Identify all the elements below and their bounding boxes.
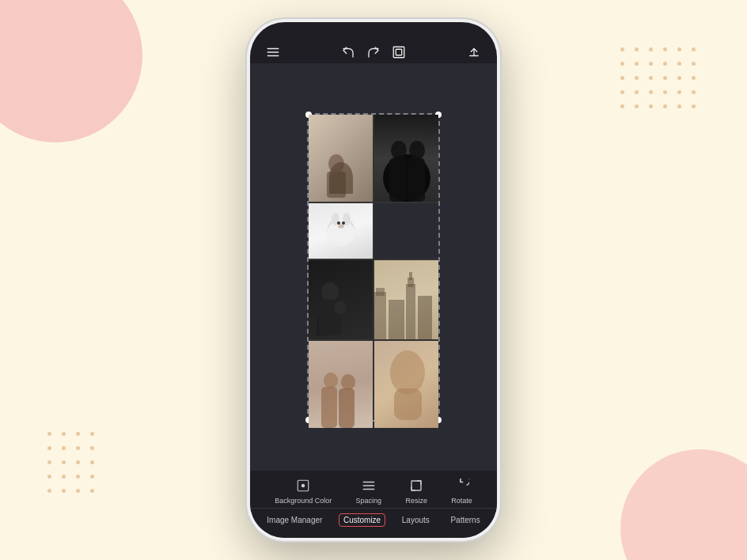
svg-point-18 [338, 224, 344, 228]
svg-point-19 [321, 282, 339, 301]
photo-4-empty [374, 203, 438, 259]
bg-blob-top-left [0, 0, 142, 142]
resize-tool[interactable]: Resize [405, 477, 427, 505]
svg-point-21 [334, 301, 347, 315]
svg-rect-9 [389, 158, 407, 202]
svg-rect-34 [394, 388, 422, 420]
svg-point-16 [337, 221, 340, 225]
photo-8[interactable] [374, 341, 438, 428]
svg-rect-26 [418, 296, 432, 339]
spacing-label: Spacing [356, 497, 382, 505]
resize-icon [408, 477, 425, 494]
phone-screen: Background Color Spacing [250, 22, 497, 538]
tab-customize[interactable]: Customize [339, 513, 385, 527]
tab-patterns[interactable]: Patterns [446, 513, 484, 527]
svg-rect-22 [374, 292, 386, 339]
phone-notch [334, 22, 413, 44]
svg-rect-30 [321, 387, 337, 428]
svg-point-29 [324, 373, 338, 388]
photo-1[interactable] [309, 115, 373, 202]
collage-container[interactable] [307, 113, 440, 422]
top-bar-left [266, 45, 280, 62]
svg-point-6 [328, 154, 344, 173]
svg-rect-32 [339, 388, 355, 428]
svg-rect-11 [408, 158, 425, 202]
photo-7[interactable] [309, 341, 373, 428]
tab-layouts[interactable]: Layouts [397, 513, 434, 527]
svg-point-17 [342, 221, 345, 225]
svg-point-36 [301, 484, 305, 488]
background-color-tool[interactable]: Background Color [275, 477, 332, 505]
tab-image-manager[interactable]: Image Manager [262, 513, 327, 527]
toolbar-tabs: Image Manager Customize Layouts Patterns [250, 508, 497, 535]
redo-button[interactable] [366, 45, 381, 62]
menu-button[interactable] [266, 45, 280, 62]
toolbar-icons: Background Color Spacing [250, 471, 497, 508]
undo-button[interactable] [341, 45, 355, 62]
svg-rect-25 [406, 284, 415, 339]
dots-bottom-left [47, 432, 98, 497]
spacing-icon [360, 477, 377, 494]
rotate-icon [453, 477, 471, 494]
svg-rect-40 [411, 481, 421, 490]
rotate-label: Rotate [451, 497, 472, 505]
photo-2[interactable] [374, 115, 438, 202]
top-bar-center [341, 45, 406, 62]
svg-rect-23 [376, 288, 385, 296]
background-color-icon [294, 477, 312, 494]
svg-point-31 [341, 374, 355, 390]
dots-top-right [620, 47, 700, 112]
svg-point-8 [391, 141, 407, 160]
svg-point-33 [390, 350, 425, 395]
phone-frame: Background Color Spacing [247, 19, 500, 541]
collage-grid [309, 115, 438, 420]
resize-label: Resize [405, 497, 427, 505]
spacing-tool[interactable]: Spacing [356, 477, 382, 505]
rotate-tool[interactable]: Rotate [451, 477, 472, 505]
svg-rect-28 [409, 272, 412, 280]
bottom-toolbar: Background Color Spacing [250, 471, 497, 538]
share-button[interactable] [467, 45, 481, 62]
frame-button[interactable] [392, 45, 406, 62]
canvas-area [250, 63, 497, 471]
svg-rect-24 [389, 300, 404, 339]
svg-rect-7 [327, 172, 346, 198]
top-bar-right [467, 45, 481, 62]
photo-3[interactable] [309, 203, 373, 259]
svg-point-10 [409, 141, 425, 160]
photo-5[interactable] [309, 260, 373, 339]
svg-rect-4 [396, 49, 402, 55]
background-color-label: Background Color [275, 497, 332, 505]
svg-rect-3 [393, 47, 404, 58]
bg-blob-bottom-right [620, 449, 747, 560]
photo-6[interactable] [374, 260, 438, 339]
